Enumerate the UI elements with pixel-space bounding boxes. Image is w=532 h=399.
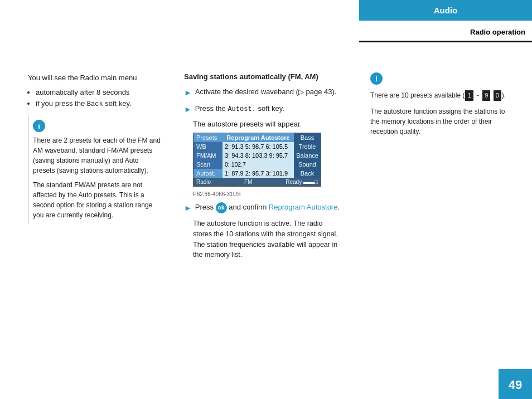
- wb-content: 2: 91.3 5: 98.7 6: 105.5: [223, 142, 294, 151]
- info-para-2: The standard FM/AM presets are not affec…: [33, 180, 162, 220]
- header-radio-label: Radio operation: [359, 23, 532, 42]
- bullet-list: automatically after 8 seconds if you pre…: [36, 87, 162, 110]
- autost-content: 1: 87.9 2: 95.7 3: 101.9: [223, 169, 294, 178]
- radio-row-autost: Autost. 1: 87.9 2: 95.7 3: 101.9 Back: [194, 169, 321, 178]
- right-info-icon: i: [370, 72, 383, 85]
- radio-bottom-bar: Radio FM Ready ▬▬□: [194, 178, 321, 186]
- sound-action: Sound: [294, 160, 321, 169]
- bullet-item-2: if you press the Back soft key.: [36, 98, 162, 110]
- preset-num-1: 1: [465, 90, 473, 101]
- radio-text: Radio operation: [470, 28, 525, 36]
- radio-header-row: Presets Reprogram Autostore Bass: [194, 133, 321, 142]
- info-icon-1: i: [33, 120, 45, 132]
- step-3: ► Press ok and confirm Reprogram Autosto…: [184, 202, 340, 214]
- arrow-icon-2: ►: [184, 104, 192, 115]
- header-audio-label: Audio: [359, 0, 532, 21]
- arrow-icon-3: ►: [184, 202, 192, 214]
- arrow-icon-1: ►: [184, 87, 192, 99]
- preset-num-group: 9 0: [482, 90, 502, 101]
- info-box-1: i: [33, 120, 162, 132]
- left-info-content: i There are 2 presets for each of the FM…: [28, 115, 162, 223]
- balance-action: Balance: [294, 151, 321, 160]
- section-title: Saving stations automatically (FM, AM): [184, 72, 340, 81]
- presets-label: Presets: [194, 133, 223, 142]
- treble-action: Treble: [294, 142, 321, 151]
- page-number: 49: [499, 369, 532, 399]
- wb-label: WB: [194, 142, 223, 151]
- ok-button-icon: ok: [216, 202, 227, 213]
- confirm-text: Reprogram Autostore: [269, 203, 338, 211]
- step-1: ► Activate the desired waveband (▷ page …: [184, 86, 340, 99]
- preset-num-9: 9: [482, 90, 490, 101]
- step-1-text: Activate the desired waveband (▷ page 43…: [195, 86, 337, 98]
- radio-ready: Ready ▬▬□: [286, 179, 318, 185]
- autost-label: Autost.: [194, 169, 223, 178]
- step-3-text: Press ok and confirm Reprogram Autostore…: [195, 202, 340, 213]
- audio-text: Audio: [434, 6, 458, 15]
- bullet-item-1: automatically after 8 seconds: [36, 87, 162, 99]
- radio-label-bottom: Radio: [196, 179, 211, 185]
- step-3-note: The autostore function is active. The ra…: [193, 218, 340, 260]
- right-info-text-block: There are 10 presets available (1 - 9 0)…: [370, 90, 515, 101]
- figure-caption: P82.86-4066-31US: [193, 191, 340, 197]
- back-action: Back: [294, 169, 321, 178]
- right-autostore-note: The autostore function assigns the stati…: [370, 106, 515, 137]
- radio-fm: FM: [244, 179, 252, 185]
- fm-am-content: 3: 94.3 8: 103.3 9: 95.7: [223, 151, 294, 160]
- info-para-1: There are 2 presets for each of the FM a…: [33, 135, 162, 176]
- fm-am-label: FM/AM: [194, 151, 223, 160]
- right-column: i There are 10 presets available (1 - 9 …: [370, 72, 515, 137]
- left-column: You will see the Radio main menu automat…: [28, 72, 162, 223]
- step-2-note: The autostore presets will appear.: [193, 120, 340, 128]
- bass-action: Bass: [294, 133, 321, 142]
- radio-row-fm-am: FM/AM 3: 94.3 8: 103.3 9: 95.7 Balance: [194, 151, 321, 160]
- radio-display: Presets Reprogram Autostore Bass WB 2: 9…: [193, 133, 321, 187]
- radio-row-wb: WB 2: 91.3 5: 98.7 6: 105.5 Treble: [194, 142, 321, 151]
- header-content: Reprogram Autostore: [223, 133, 294, 142]
- mid-column: Saving stations automatically (FM, AM) ►…: [184, 72, 340, 260]
- radio-row-scan: Scan 0: 102.7 Sound: [194, 160, 321, 169]
- intro-text: You will see the Radio main menu: [28, 72, 162, 84]
- scan-content: 0: 102.7: [223, 160, 294, 169]
- preset-num-0: 0: [494, 90, 501, 101]
- left-info-section: i There are 2 presets for each of the FM…: [28, 115, 162, 223]
- right-info-box: i: [370, 72, 515, 85]
- scan-label: Scan: [194, 160, 223, 169]
- step-2-text: Press the Autost. soft key.: [195, 103, 284, 114]
- step-2: ► Press the Autost. soft key.: [184, 103, 340, 115]
